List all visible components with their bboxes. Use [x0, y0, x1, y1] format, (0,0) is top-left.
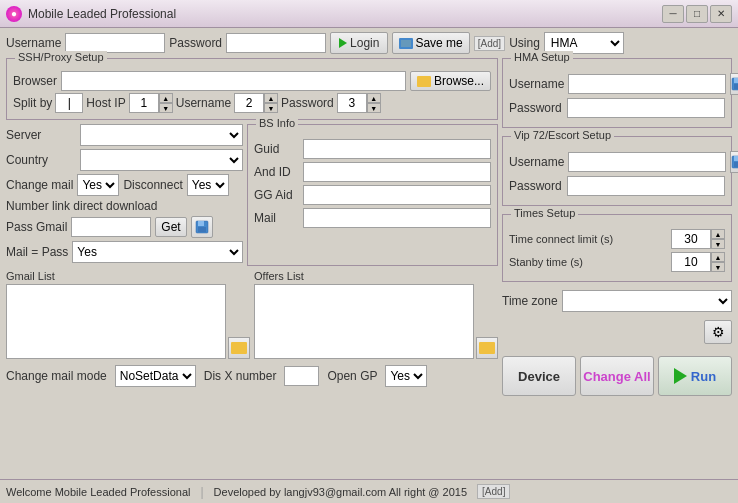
server-select[interactable] [80, 124, 243, 146]
status-bar: Welcome Mobile Leaded Professional | Dev… [0, 479, 738, 503]
disconnect-label: Disconnect [123, 178, 182, 192]
change-mail-mode-select[interactable]: NoSetData [115, 365, 196, 387]
browser-path-input[interactable] [61, 71, 406, 91]
disconnect-select[interactable]: YesNo [187, 174, 229, 196]
hma-username-row: Username [509, 73, 725, 95]
connect-limit-input[interactable] [671, 229, 711, 249]
mail-pass-select[interactable]: YesNo [72, 241, 243, 263]
split-value-input[interactable] [55, 93, 83, 113]
password-label: Password [169, 36, 222, 50]
open-gp-label: Open GP [327, 369, 377, 383]
ssh-password-arrows: ▲ ▼ [367, 93, 381, 113]
offers-list-box[interactable] [254, 284, 474, 359]
hma-password-label: Password [509, 101, 563, 115]
standby-input[interactable] [671, 252, 711, 272]
get-button[interactable]: Get [155, 217, 186, 237]
dis-x-label: Dis X number [204, 369, 277, 383]
login-button[interactable]: Login [330, 32, 388, 54]
maximize-button[interactable]: □ [686, 5, 708, 23]
gmail-list-box[interactable] [6, 284, 226, 359]
device-button[interactable]: Device [502, 356, 576, 396]
change-mail-row: Change mail YesNo Disconnect YesNo [6, 174, 243, 196]
title-bar: ● Mobile Leaded Professional ─ □ ✕ [0, 0, 738, 28]
ssh-proxy-title: SSH/Proxy Setup [15, 51, 107, 63]
minimize-button[interactable]: ─ [662, 5, 684, 23]
split-by-label: Split by [13, 96, 52, 110]
gmail-folder-button[interactable] [228, 337, 250, 359]
status-sep: | [200, 485, 203, 499]
browse-button[interactable]: Browse... [410, 71, 491, 91]
monitor-icon [399, 38, 413, 49]
country-select[interactable] [80, 149, 243, 171]
gear-button[interactable]: ⚙ [704, 320, 732, 344]
ssh-password-input[interactable] [337, 93, 367, 113]
ssh-username-up[interactable]: ▲ [264, 93, 278, 103]
ssh-password-up[interactable]: ▲ [367, 93, 381, 103]
connect-limit-down[interactable]: ▼ [711, 239, 725, 249]
save-icon [195, 220, 209, 234]
mail-input[interactable] [303, 208, 491, 228]
change-mail-select[interactable]: YesNo [77, 174, 119, 196]
country-row: Country [6, 149, 243, 171]
top-username-input[interactable] [65, 33, 165, 53]
svg-rect-8 [734, 162, 738, 167]
change-mail-label: Change mail [6, 178, 73, 192]
guid-input[interactable] [303, 139, 491, 159]
ssh-password-down[interactable]: ▼ [367, 103, 381, 113]
close-button[interactable]: ✕ [710, 5, 732, 23]
connect-limit-up[interactable]: ▲ [711, 229, 725, 239]
gg-aid-label: GG Aid [254, 188, 299, 202]
status-left: Welcome Mobile Leaded Professional [6, 486, 190, 498]
run-button[interactable]: Run [658, 356, 732, 396]
title-bar-text: Mobile Leaded Professional [28, 7, 662, 21]
top-password-input[interactable] [226, 33, 326, 53]
browser-label: Browser [13, 74, 57, 88]
vip-password-input[interactable] [567, 176, 725, 196]
vip-setup-group: Vip 72/Escort Setup Username [502, 136, 732, 206]
offers-list-side [476, 284, 498, 359]
standby-down[interactable]: ▼ [711, 262, 725, 272]
app-icon: ● [6, 6, 22, 22]
vip-username-input[interactable] [568, 152, 726, 172]
ssh-username-input[interactable] [234, 93, 264, 113]
save-button[interactable]: Save me [392, 32, 469, 54]
hma-username-input[interactable] [568, 74, 726, 94]
add-badge: [Add] [474, 36, 505, 51]
offers-list-container [254, 284, 498, 359]
host-ip-down[interactable]: ▼ [159, 103, 173, 113]
vip-save-icon [731, 155, 738, 169]
hma-save-button[interactable] [730, 73, 738, 95]
ssh-username-arrows: ▲ ▼ [264, 93, 278, 113]
pass-gmail-input[interactable] [71, 217, 151, 237]
main-content: Username Password Login Save me [Add] Us… [0, 28, 738, 400]
change-all-button[interactable]: Change All [580, 356, 654, 396]
standby-row: Stanby time (s) ▲ ▼ [509, 252, 725, 272]
pass-gmail-save-button[interactable] [191, 216, 213, 238]
username-label: Username [6, 36, 61, 50]
open-gp-select[interactable]: YesNo [385, 365, 427, 387]
times-setup-group: Times Setup Time connect limit (s) ▲ ▼ [502, 214, 732, 282]
host-ip-input[interactable] [129, 93, 159, 113]
host-ip-up[interactable]: ▲ [159, 93, 173, 103]
ssh-password-label: Password [281, 96, 334, 110]
hma-setup-title: HMA Setup [511, 51, 573, 63]
gmail-list-group: Gmail List [6, 270, 250, 359]
bs-info-group: BS Info Guid And ID GG Aid [247, 124, 498, 266]
gg-aid-input[interactable] [303, 185, 491, 205]
hma-password-input[interactable] [567, 98, 725, 118]
status-add-badge: [Add] [477, 484, 510, 499]
host-ip-spinbox: ▲ ▼ [129, 93, 173, 113]
title-bar-controls: ─ □ ✕ [662, 5, 732, 23]
standby-up[interactable]: ▲ [711, 252, 725, 262]
dis-x-input[interactable] [284, 366, 319, 386]
server-row: Server [6, 124, 243, 146]
timezone-select[interactable] [562, 290, 732, 312]
ssh-username-down[interactable]: ▼ [264, 103, 278, 113]
vip-save-button[interactable] [730, 151, 738, 173]
ssh-username-label: Username [176, 96, 231, 110]
offers-folder-button[interactable] [476, 337, 498, 359]
ssh-username-spinbox: ▲ ▼ [234, 93, 278, 113]
and-id-input[interactable] [303, 162, 491, 182]
hma-password-row: Password [509, 98, 725, 118]
mail-row: Mail [254, 208, 491, 228]
